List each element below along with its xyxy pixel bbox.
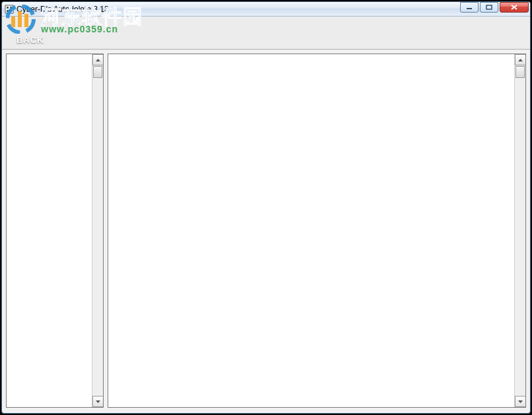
- chevron-down-icon: [518, 400, 523, 403]
- right-scrollbar[interactable]: [514, 54, 525, 407]
- svg-rect-0: [5, 5, 13, 13]
- svg-line-7: [512, 5, 517, 9]
- svg-marker-14: [518, 59, 523, 61]
- close-icon: [511, 5, 517, 10]
- scroll-up-button[interactable]: [92, 54, 104, 65]
- scroll-thumb[interactable]: [515, 66, 525, 78]
- window-buttons: [460, 2, 529, 13]
- svg-line-6: [512, 5, 517, 9]
- scroll-down-button[interactable]: [92, 396, 104, 407]
- back-button[interactable]: BACK: [17, 35, 44, 45]
- minimize-button[interactable]: [460, 2, 479, 13]
- app-icon: [5, 5, 14, 14]
- maximize-button[interactable]: [480, 2, 498, 13]
- maximize-icon: [486, 5, 492, 10]
- minimize-icon: [466, 5, 473, 10]
- svg-marker-12: [96, 59, 100, 61]
- right-pane[interactable]: [108, 54, 526, 408]
- titlebar[interactable]: Cyber-D's Autodelete 3.13: [2, 2, 530, 17]
- svg-rect-5: [486, 5, 492, 9]
- chevron-up-icon: [96, 59, 100, 61]
- scroll-up-button[interactable]: [515, 54, 526, 65]
- svg-marker-15: [518, 400, 523, 403]
- toolbar: BACK: [2, 17, 530, 50]
- svg-rect-2: [10, 7, 12, 9]
- svg-rect-3: [7, 10, 12, 12]
- svg-marker-13: [96, 400, 100, 403]
- left-pane[interactable]: [6, 54, 104, 408]
- close-button[interactable]: [500, 2, 529, 13]
- chevron-down-icon: [96, 400, 100, 403]
- svg-rect-1: [7, 7, 9, 9]
- chevron-up-icon: [518, 59, 523, 61]
- window-title: Cyber-D's Autodelete 3.13: [17, 5, 109, 14]
- scroll-down-button[interactable]: [515, 396, 526, 407]
- left-scrollbar[interactable]: [92, 54, 103, 407]
- app-window: Cyber-D's Autodelete 3.13 BACK: [1, 1, 531, 414]
- content-area: [2, 50, 530, 412]
- scroll-thumb[interactable]: [93, 66, 102, 78]
